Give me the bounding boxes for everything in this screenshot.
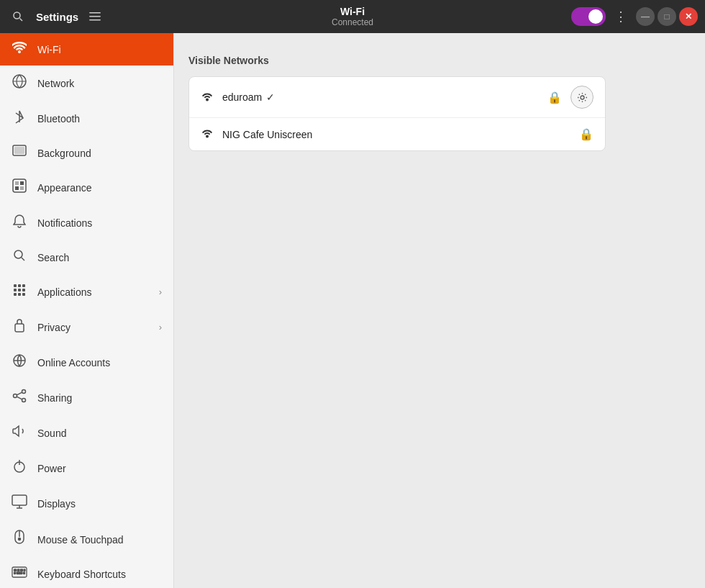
sidebar-displays-label: Displays	[37, 498, 162, 510]
svg-rect-19	[18, 289, 21, 291]
svg-rect-24	[15, 324, 24, 332]
sidebar-sharing-label: Sharing	[37, 392, 162, 404]
mouse-icon	[12, 530, 27, 549]
svg-rect-12	[20, 186, 24, 190]
sidebar-item-displays[interactable]: Displays	[0, 486, 173, 521]
svg-point-26	[22, 390, 26, 394]
networks-card: eduroam ✓ 🔒	[188, 76, 606, 151]
network-settings-button-1[interactable]	[570, 86, 593, 109]
svg-rect-17	[22, 284, 25, 287]
svg-line-14	[22, 258, 24, 261]
sidebar-item-sound[interactable]: Sound	[0, 415, 173, 451]
sidebar-item-sharing[interactable]: Sharing	[0, 380, 173, 415]
sidebar-applications-label: Applications	[37, 286, 149, 298]
svg-point-27	[14, 394, 17, 398]
more-options-button[interactable]: ⋮	[610, 6, 632, 27]
notifications-icon	[12, 214, 27, 232]
wifi-status: Connected	[332, 17, 373, 27]
sidebar-item-appearance[interactable]: Appearance	[0, 170, 173, 205]
window-controls: — □ ✕	[636, 7, 698, 26]
sidebar-sound-label: Sound	[37, 428, 162, 439]
minimize-button[interactable]: —	[636, 7, 655, 26]
app-title: Settings	[36, 11, 78, 23]
svg-rect-46	[24, 572, 25, 574]
svg-point-51	[581, 96, 584, 99]
svg-line-30	[17, 392, 22, 395]
svg-rect-10	[20, 181, 24, 185]
svg-rect-45	[17, 572, 22, 574]
svg-rect-3	[89, 16, 101, 17]
wifi-toggle[interactable]	[571, 7, 606, 26]
svg-rect-11	[15, 186, 19, 190]
sidebar-item-mouse-touchpad[interactable]: Mouse & Touchpad	[0, 521, 173, 558]
network-row[interactable]: eduroam ✓ 🔒	[189, 77, 605, 118]
svg-rect-20	[22, 289, 25, 291]
svg-rect-42	[21, 569, 23, 571]
sidebar-item-notifications[interactable]: Notifications	[0, 205, 173, 240]
search-button[interactable]	[7, 6, 29, 27]
svg-line-29	[17, 397, 22, 399]
power-icon	[12, 459, 27, 477]
svg-rect-23	[22, 293, 25, 296]
svg-rect-9	[15, 181, 19, 185]
sound-icon	[12, 424, 27, 442]
network-lock-icon-2: 🔒	[579, 127, 593, 141]
online-accounts-icon	[12, 353, 27, 371]
sidebar-item-privacy[interactable]: Privacy ›	[0, 309, 173, 345]
svg-rect-2	[89, 12, 101, 14]
sidebar-item-applications[interactable]: Applications ›	[0, 274, 173, 309]
search-sidebar-icon	[12, 249, 27, 266]
svg-point-28	[22, 399, 26, 402]
sidebar-mouse-label: Mouse & Touchpad	[37, 534, 162, 546]
sidebar: Wi-Fi Network Bluetooth	[0, 33, 174, 588]
sidebar-keyboard-label: Keyboard Shortcuts	[37, 569, 162, 580]
svg-rect-40	[14, 569, 17, 571]
sidebar-item-wifi[interactable]: Wi-Fi	[0, 33, 173, 65]
sidebar-notifications-label: Notifications	[37, 217, 162, 229]
displays-icon	[12, 494, 27, 512]
appearance-icon	[12, 178, 27, 196]
keyboard-icon	[12, 566, 27, 582]
sidebar-item-online-accounts[interactable]: Online Accounts	[0, 345, 173, 380]
sidebar-wifi-label: Wi-Fi	[37, 44, 162, 55]
titlebar-right: ⋮ — □ ✕	[571, 6, 698, 27]
sidebar-item-background[interactable]: Background	[0, 136, 173, 170]
privacy-chevron-icon: ›	[159, 322, 162, 333]
titlebar: Settings Wi-Fi Connected ⋮ — □ ✕	[0, 0, 705, 33]
svg-rect-41	[17, 569, 19, 571]
sidebar-item-network[interactable]: Network	[0, 65, 173, 101]
sidebar-item-power[interactable]: Power	[0, 451, 173, 486]
svg-rect-44	[14, 572, 16, 574]
network-connected-check: ✓	[266, 91, 275, 103]
sidebar-power-label: Power	[37, 463, 162, 474]
network-wifi-icon-2	[201, 127, 214, 142]
sidebar-privacy-label: Privacy	[37, 322, 149, 333]
sidebar-item-search[interactable]: Search	[0, 240, 173, 274]
titlebar-center: Wi-Fi Connected	[332, 6, 373, 27]
svg-rect-33	[12, 495, 27, 505]
svg-rect-15	[14, 284, 17, 287]
network-name-2: NIG Cafe Uniscreen	[222, 129, 570, 140]
network-name-1: eduroam ✓	[222, 91, 539, 103]
svg-line-1	[20, 19, 23, 22]
sidebar-network-label: Network	[37, 78, 162, 89]
sidebar-search-label: Search	[37, 252, 162, 263]
close-button[interactable]: ✕	[679, 7, 698, 26]
applications-chevron-icon: ›	[159, 286, 162, 297]
right-panel: Visible Networks eduroam ✓ 🔒	[174, 33, 705, 588]
section-title: Visible Networks	[188, 55, 691, 66]
background-icon	[12, 145, 27, 161]
sidebar-item-keyboard-shortcuts[interactable]: Keyboard Shortcuts	[0, 558, 173, 588]
sidebar-item-bluetooth[interactable]: Bluetooth	[0, 101, 173, 136]
sidebar-background-label: Background	[37, 148, 162, 159]
menu-button[interactable]	[84, 6, 106, 27]
svg-rect-22	[18, 293, 21, 296]
maximize-button[interactable]: □	[658, 7, 676, 26]
svg-rect-21	[14, 293, 17, 296]
network-icon	[12, 74, 27, 92]
svg-rect-16	[18, 284, 21, 287]
svg-point-13	[14, 250, 22, 258]
network-row[interactable]: NIG Cafe Uniscreen 🔒	[189, 118, 605, 150]
sidebar-bluetooth-label: Bluetooth	[37, 113, 162, 125]
applications-icon	[12, 283, 27, 301]
